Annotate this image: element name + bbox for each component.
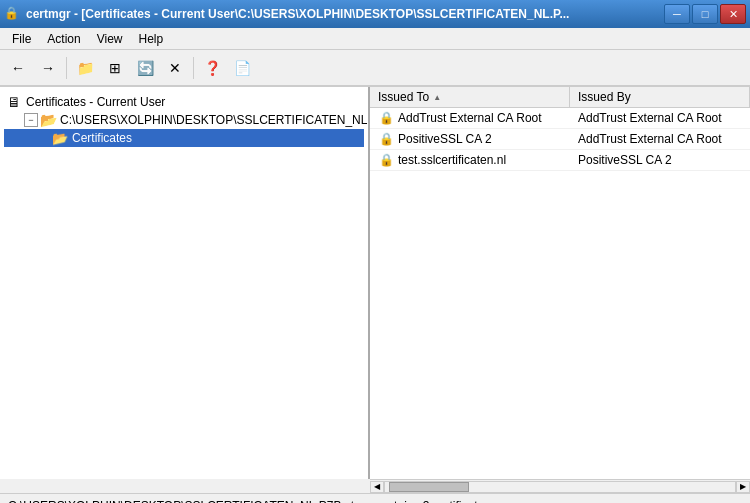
tree-item-certificates-label: Certificates xyxy=(72,131,132,145)
tree-root: 🖥 Certificates - Current User − 📂 C:\USE… xyxy=(4,91,364,149)
issued-to-label: Issued To xyxy=(378,90,429,104)
toolbar-refresh-button[interactable]: 🔄 xyxy=(131,54,159,82)
issued-by-cell-0: AddTrust External CA Root xyxy=(570,109,750,127)
issued-to-cell-2: 🔒 test.sslcertificaten.nl xyxy=(370,150,570,170)
title-bar-controls: ─ □ ✕ xyxy=(664,4,746,24)
title-bar: 🔒 certmgr - [Certificates - Current User… xyxy=(0,0,750,28)
open-folder-icon: 📂 xyxy=(52,130,68,146)
issued-by-cell-2: PositiveSSL CA 2 xyxy=(570,151,750,169)
issued-to-value-2: test.sslcertificaten.nl xyxy=(398,153,506,167)
menu-action[interactable]: Action xyxy=(39,28,88,49)
status-bar: C:\USERS\XOLPHIN\DESKTOP\SSLCERTIFICATEN… xyxy=(0,493,750,503)
minimize-button[interactable]: ─ xyxy=(664,4,690,24)
menu-bar: File Action View Help xyxy=(0,28,750,50)
scroll-right-button[interactable]: ▶ xyxy=(736,481,750,493)
tree-item-folder-label: C:\USERS\XOLPHIN\DESKTOP\SSLCERTIFICATEN… xyxy=(60,113,370,127)
status-text: C:\USERS\XOLPHIN\DESKTOP\SSLCERTIFICATEN… xyxy=(8,499,494,504)
toolbar-help-button[interactable]: ❓ xyxy=(198,54,226,82)
cert-icon-0: 🔒 xyxy=(378,110,394,126)
issued-to-value-0: AddTrust External CA Root xyxy=(398,111,542,125)
scroll-track[interactable] xyxy=(384,481,736,493)
maximize-button[interactable]: □ xyxy=(692,4,718,24)
tree-item-root[interactable]: 🖥 Certificates - Current User xyxy=(4,93,364,111)
toolbar-forward-button[interactable]: → xyxy=(34,54,62,82)
toolbar-separator-1 xyxy=(66,57,67,79)
cert-icon-2: 🔒 xyxy=(378,152,394,168)
sort-arrow-issued-to: ▲ xyxy=(433,93,441,102)
toolbar-grid-button[interactable]: ⊞ xyxy=(101,54,129,82)
computer-icon: 🖥 xyxy=(6,94,22,110)
list-item[interactable]: 🔒 PositiveSSL CA 2 AddTrust External CA … xyxy=(370,129,750,150)
tree-item-root-label: Certificates - Current User xyxy=(26,95,165,109)
tree-expand-folder[interactable]: − xyxy=(24,113,38,127)
toolbar-export-button[interactable]: 📄 xyxy=(228,54,256,82)
issued-by-cell-1: AddTrust External CA Root xyxy=(570,130,750,148)
toolbar-back-button[interactable]: ← xyxy=(4,54,32,82)
menu-view[interactable]: View xyxy=(89,28,131,49)
column-header-issued-to[interactable]: Issued To ▲ xyxy=(370,87,570,107)
app-icon: 🔒 xyxy=(4,6,20,22)
list-header: Issued To ▲ Issued By xyxy=(370,87,750,108)
issued-to-value-1: PositiveSSL CA 2 xyxy=(398,132,492,146)
main-content: 🖥 Certificates - Current User − 📂 C:\USE… xyxy=(0,86,750,479)
issued-to-cell-0: 🔒 AddTrust External CA Root xyxy=(370,108,570,128)
toolbar-up-button[interactable]: 📁 xyxy=(71,54,99,82)
tree-pane[interactable]: 🖥 Certificates - Current User − 📂 C:\USE… xyxy=(0,87,370,479)
title-bar-text: certmgr - [Certificates - Current User\C… xyxy=(26,7,664,21)
tree-item-certificates[interactable]: 📂 Certificates xyxy=(4,129,364,147)
cert-icon-1: 🔒 xyxy=(378,131,394,147)
menu-file[interactable]: File xyxy=(4,28,39,49)
scroll-thumb[interactable] xyxy=(389,482,469,492)
list-item[interactable]: 🔒 AddTrust External CA Root AddTrust Ext… xyxy=(370,108,750,129)
toolbar: ← → 📁 ⊞ 🔄 ✕ ❓ 📄 xyxy=(0,50,750,86)
menu-help[interactable]: Help xyxy=(131,28,172,49)
issued-to-cell-1: 🔒 PositiveSSL CA 2 xyxy=(370,129,570,149)
issued-by-label: Issued By xyxy=(578,90,631,104)
horizontal-scrollbar[interactable]: ◀ ▶ xyxy=(370,479,750,493)
close-button[interactable]: ✕ xyxy=(720,4,746,24)
scroll-left-button[interactable]: ◀ xyxy=(370,481,384,493)
toolbar-stop-button[interactable]: ✕ xyxy=(161,54,189,82)
list-item[interactable]: 🔒 test.sslcertificaten.nl PositiveSSL CA… xyxy=(370,150,750,171)
toolbar-separator-2 xyxy=(193,57,194,79)
column-header-issued-by[interactable]: Issued By xyxy=(570,87,750,107)
list-pane[interactable]: Issued To ▲ Issued By 🔒 AddTrust Externa… xyxy=(370,87,750,479)
folder-icon: 📂 xyxy=(40,112,56,128)
tree-item-folder[interactable]: − 📂 C:\USERS\XOLPHIN\DESKTOP\SSLCERTIFIC… xyxy=(4,111,364,129)
